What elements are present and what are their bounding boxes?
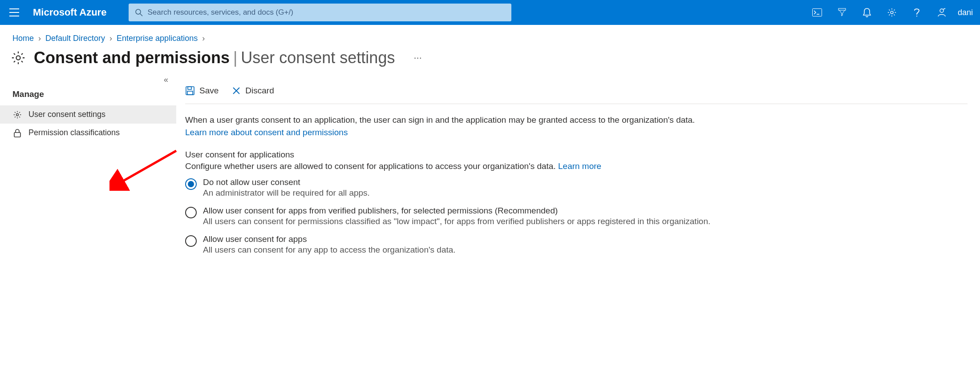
learn-more-link[interactable]: Learn more [558,161,601,171]
filter-icon[interactable] [830,0,854,25]
sidebar-section-manage: Manage [0,79,176,105]
svg-rect-2 [838,8,846,10]
hamburger-menu-icon[interactable] [4,0,25,25]
chevron-right-icon: › [109,34,112,43]
chevron-right-icon: › [202,34,205,43]
radio-verified-publishers[interactable]: Allow user consent for apps from verifie… [185,206,968,226]
radio-text: Allow user consent for apps from verifie… [203,206,710,226]
save-icon [185,86,195,96]
svg-line-11 [118,151,176,184]
radio-desc: All users can consent for permissions cl… [203,217,710,226]
section-title: User consent for applications [185,150,968,160]
svg-point-6 [16,113,19,116]
radio-icon [185,178,197,190]
help-icon[interactable] [904,0,929,25]
discard-label: Discard [245,86,274,96]
page-title: Consent and permissions [34,48,230,67]
save-label: Save [199,86,219,96]
section-subtitle-text: Configure whether users are allowed to c… [185,161,558,171]
radio-desc: An administrator will be required for al… [203,188,370,198]
page-title-container: Consent and permissions | User consent s… [34,48,395,67]
user-name[interactable]: dani [954,8,976,17]
sidebar: « Manage User consent settings Permissio… [0,79,176,142]
sidebar-item-label: Permission classifications [28,128,120,137]
chevron-right-icon: › [38,34,41,43]
svg-rect-9 [188,87,191,89]
settings-gear-icon[interactable] [879,0,904,25]
svg-rect-1 [812,9,822,16]
sidebar-item-user-consent-settings[interactable]: User consent settings [0,105,176,124]
annotation-arrow-icon [109,146,181,191]
lock-icon [12,129,22,137]
page-subtitle: User consent settings [241,48,395,67]
section-subtitle: Configure whether users are allowed to c… [185,161,968,171]
content-layout: « Manage User consent settings Permissio… [0,79,980,273]
radio-title: Do not allow user consent [203,177,370,187]
toolbar: Save Discard [185,83,968,104]
gear-icon [12,110,22,119]
global-search-input[interactable]: Search resources, services, and docs (G+… [129,4,511,21]
sidebar-item-label: User consent settings [28,110,105,119]
collapse-sidebar-icon[interactable]: « [164,75,168,84]
radio-do-not-allow[interactable]: Do not allow user consent An administrat… [185,177,968,198]
radio-desc: All users can consent for any app to acc… [203,245,456,255]
breadcrumb-directory[interactable]: Default Directory [45,34,105,43]
main-panel: Save Discard When a user grants consent … [176,79,980,273]
more-actions-button[interactable]: ··· [403,52,421,64]
radio-text: Allow user consent for apps All users ca… [203,234,456,255]
brand-label[interactable]: Microsoft Azure [25,7,117,18]
title-divider: | [231,48,239,67]
page-title-row: Consent and permissions | User consent s… [0,46,980,79]
radio-allow-all[interactable]: Allow user consent for apps All users ca… [185,234,968,255]
search-placeholder: Search resources, services, and docs (G+… [147,8,293,17]
close-icon [232,86,241,95]
sidebar-item-permission-classifications[interactable]: Permission classifications [0,124,176,142]
learn-more-consent-link[interactable]: Learn more about consent and permissions [185,128,968,137]
save-button[interactable]: Save [185,86,219,96]
gear-icon [11,50,26,65]
cloud-shell-icon[interactable] [805,0,830,25]
svg-point-5 [16,56,20,60]
svg-point-4 [940,9,944,12]
radio-icon [185,235,197,247]
breadcrumb-enterprise-apps[interactable]: Enterprise applications [117,34,198,43]
svg-point-3 [891,11,893,14]
svg-point-0 [136,9,141,14]
breadcrumb: Home › Default Directory › Enterprise ap… [0,25,980,46]
svg-rect-7 [14,133,20,137]
intro-text: When a user grants consent to an applica… [185,114,968,127]
topbar-actions: dani [805,0,976,25]
radio-icon [185,207,197,218]
user-consent-radio-group: Do not allow user consent An administrat… [185,177,968,255]
discard-button[interactable]: Discard [232,86,274,96]
breadcrumb-home[interactable]: Home [12,34,34,43]
radio-title: Allow user consent for apps from verifie… [203,206,710,216]
feedback-icon[interactable] [929,0,954,25]
radio-title: Allow user consent for apps [203,234,456,244]
svg-rect-10 [187,91,193,95]
top-bar: Microsoft Azure Search resources, servic… [0,0,980,25]
notifications-icon[interactable] [854,0,879,25]
search-icon [135,8,143,16]
radio-text: Do not allow user consent An administrat… [203,177,370,198]
